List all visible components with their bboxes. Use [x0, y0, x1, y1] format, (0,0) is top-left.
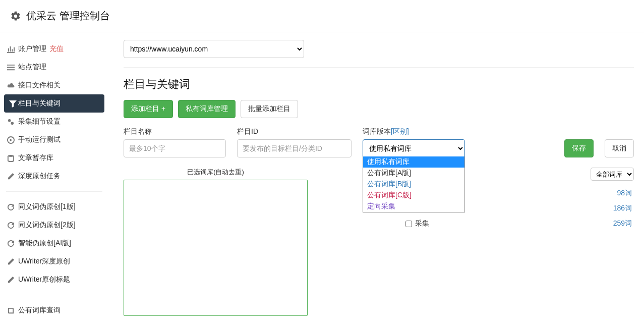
sidebar-item-label: UWriter深度原创: [18, 257, 70, 266]
list-icon: [7, 64, 15, 71]
sidebar-item-account[interactable]: 账户管理 充值: [0, 40, 108, 58]
version-option-b[interactable]: 公有词库[B版]: [363, 179, 464, 190]
version-option-c[interactable]: 公有词库[C版]: [363, 190, 464, 201]
sidebar-item-deep-original[interactable]: 深度原创任务: [0, 167, 108, 185]
sidebar-item-syn1[interactable]: 同义词伪原创[1版]: [0, 198, 108, 216]
sidebar-item-uwriter-title[interactable]: UWriter原创标题: [0, 271, 108, 289]
column-id-input[interactable]: [237, 139, 352, 157]
version-option-directed[interactable]: 定向采集: [363, 201, 464, 212]
sidebar: 账户管理 充值 站点管理 接口文件相关 栏目与关键词 采集细节设置 手动运行测试…: [0, 32, 108, 319]
sidebar-item-label: 站点管理: [18, 63, 46, 72]
version-option-a[interactable]: 公有词库[A版]: [363, 168, 464, 179]
sidebar-item-run-test[interactable]: 手动运行测试: [0, 131, 108, 149]
bar-chart-icon: [7, 45, 15, 53]
sidebar-item-label: UWriter原创标题: [18, 275, 70, 284]
cogs-icon: [7, 118, 15, 126]
add-column-button[interactable]: 添加栏目 +: [124, 100, 173, 118]
column-name-input[interactable]: [124, 139, 226, 157]
filter-icon: [9, 100, 17, 108]
svg-point-0: [8, 119, 11, 122]
gear-icon: [10, 11, 21, 22]
field-wordlib-version: 词库版本[区别] 使用私有词库 使用私有词库 公有词库[A版] 公有词库[B版]…: [363, 127, 465, 157]
sidebar-item-label: 同义词伪原创[1版]: [18, 202, 76, 211]
sidebar-item-columns[interactable]: 栏目与关键词: [4, 94, 104, 113]
cloud-icon: [7, 82, 15, 89]
version-option-private[interactable]: 使用私有词库: [363, 156, 464, 168]
sidebar-item-article-store[interactable]: 文章暂存库: [0, 149, 108, 167]
wordlib-count-link[interactable]: 98词: [617, 189, 632, 198]
header: 优采云 管理控制台: [0, 0, 644, 32]
sidebar-item-label: 智能伪原创[AI版]: [18, 239, 71, 248]
batch-add-button[interactable]: 批量添加栏目: [241, 100, 298, 118]
cancel-button[interactable]: 取消: [605, 139, 634, 157]
save-button[interactable]: 保存: [564, 139, 594, 157]
sidebar-item-api[interactable]: 接口文件相关: [0, 76, 108, 94]
sidebar-item-sites[interactable]: 站点管理: [0, 58, 108, 76]
field-label: 词库版本[区别]: [363, 127, 465, 136]
sidebar-item-label: 接口文件相关: [18, 81, 61, 90]
sidebar-item-collect-settings[interactable]: 采集细节设置: [0, 113, 108, 131]
site-select[interactable]: https://www.ucaiyun.com: [124, 40, 304, 58]
section-title: 栏目与关键词: [124, 77, 634, 92]
private-wordlib-button[interactable]: 私有词库管理: [178, 100, 236, 118]
wordlib-count-link[interactable]: 186词: [613, 204, 632, 213]
wordlib-row: 采集 259词: [403, 216, 634, 231]
sidebar-item-label: 手动运行测试: [18, 135, 61, 144]
field-column-id: 栏目ID: [237, 127, 352, 157]
play-icon: [7, 136, 15, 144]
wordlib-label: 采集: [415, 219, 429, 228]
header-title: 优采云 管理控制台: [26, 9, 110, 23]
wordlib-version-select[interactable]: 使用私有词库: [363, 139, 465, 157]
edit-icon: [7, 276, 15, 284]
version-diff-link[interactable]: [区别]: [391, 127, 409, 135]
field-label: 栏目ID: [237, 127, 352, 136]
sidebar-item-label: 同义词伪原创[2版]: [18, 221, 76, 230]
sidebar-item-label: 公有词库查询: [18, 306, 61, 315]
sidebar-item-label: 采集细节设置: [18, 117, 61, 126]
sidebar-item-ai[interactable]: 智能伪原创[AI版]: [0, 234, 108, 252]
sidebar-item-label: 深度原创任务: [18, 172, 61, 181]
edit-icon: [7, 173, 15, 180]
selected-wordlib-title: 已选词库(自动去重): [124, 168, 308, 177]
sidebar-item-public-wordlib[interactable]: 公有词库查询: [0, 301, 108, 319]
sidebar-item-label: 账户管理: [18, 44, 46, 54]
wordlib-filter-select[interactable]: 全部词库: [591, 168, 634, 181]
edit-icon: [7, 258, 15, 265]
svg-point-3: [8, 154, 14, 156]
wordlib-checkbox[interactable]: [405, 221, 412, 227]
divider: [124, 67, 634, 68]
sidebar-item-label: 文章暂存库: [18, 153, 53, 163]
main-content: https://www.ucaiyun.com 栏目与关键词 添加栏目 + 私有…: [108, 32, 644, 319]
field-label: 栏目名称: [124, 127, 226, 136]
recharge-badge[interactable]: 充值: [49, 44, 64, 54]
sidebar-item-syn2[interactable]: 同义词伪原创[2版]: [0, 216, 108, 234]
field-column-name: 栏目名称: [124, 127, 226, 157]
form-row: 栏目名称 栏目ID 词库版本[区别] 使用私有词库 使用私有词库 公有词库[A版…: [124, 127, 634, 157]
book-icon: [7, 307, 15, 314]
selected-wordlib-panel: 已选词库(自动去重): [124, 168, 308, 316]
refresh-icon: [7, 203, 15, 211]
selected-wordlib-box[interactable]: [124, 180, 308, 316]
svg-point-1: [11, 122, 14, 125]
wordlib-version-dropdown: 使用私有词库 公有词库[A版] 公有词库[B版] 公有词库[C版] 定向采集: [363, 156, 465, 212]
sidebar-separator: [6, 191, 102, 192]
action-buttons: 添加栏目 + 私有词库管理 批量添加栏目: [124, 100, 634, 118]
refresh-icon: [7, 240, 15, 247]
wordlib-count-link[interactable]: 259词: [613, 219, 632, 228]
database-icon: [7, 154, 15, 162]
sidebar-separator: [6, 295, 102, 295]
sidebar-item-label: 栏目与关键词: [18, 99, 61, 108]
sidebar-item-uwriter-deep[interactable]: UWriter深度原创: [0, 252, 108, 271]
refresh-icon: [7, 222, 15, 229]
version-label-text: 词库版本: [363, 127, 391, 135]
